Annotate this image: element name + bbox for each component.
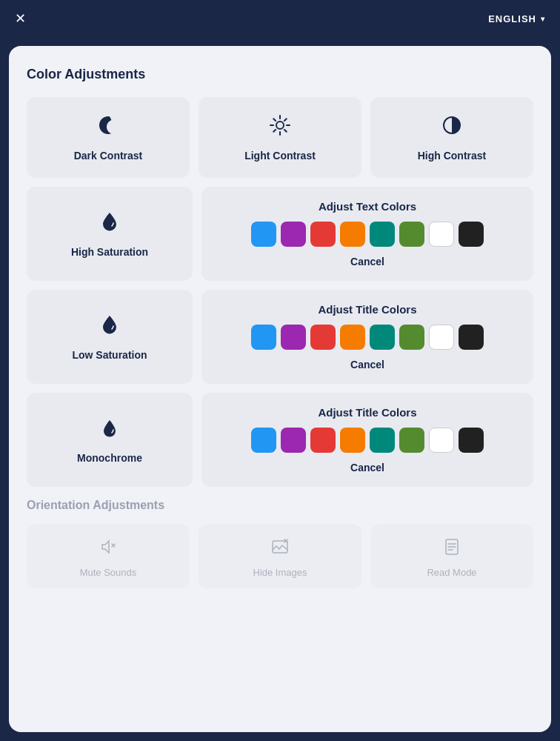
swatch-black-2[interactable]: [459, 325, 484, 350]
swatch-white-2[interactable]: [429, 325, 454, 350]
title-color-swatches-2: [251, 428, 484, 453]
drop-icon: [98, 210, 121, 239]
swatch-green-2[interactable]: [399, 325, 424, 350]
read-mode-card[interactable]: Read Mode: [370, 524, 533, 588]
svg-line-6: [284, 130, 287, 132]
app-window: ✕ ENGLISH ▾ Color Adjustments Dark Contr…: [0, 0, 560, 741]
high-saturation-label: High Saturation: [71, 246, 148, 258]
swatch-green[interactable]: [399, 222, 424, 247]
doc-icon: [442, 537, 461, 561]
hide-images-card[interactable]: Hide Images: [199, 524, 361, 588]
hide-images-label: Hide Images: [253, 567, 307, 578]
low-saturation-row: Low Saturation Adjust Title Colors Cance…: [27, 290, 533, 384]
text-color-swatches: [251, 222, 484, 247]
drop2-icon: [98, 313, 121, 342]
orientation-section-title: Orientation Adjustments: [27, 499, 533, 512]
high-contrast-label: High Contrast: [418, 150, 487, 162]
swatch-purple-2[interactable]: [281, 325, 306, 350]
drop3-icon: [98, 416, 121, 445]
light-contrast-card[interactable]: Light Contrast: [199, 97, 361, 178]
language-label: ENGLISH: [488, 13, 536, 24]
monochrome-card[interactable]: Monochrome: [27, 393, 193, 487]
high-saturation-card[interactable]: High Saturation: [27, 187, 193, 281]
top-bar: ✕ ENGLISH ▾: [0, 0, 560, 37]
high-saturation-row: High Saturation Adjust Text Colors Cance…: [27, 187, 533, 281]
image-off-icon: [270, 537, 290, 561]
adjust-title-colors-card-2: Adjust Title Colors Cancel: [201, 393, 533, 487]
swatch-black-3[interactable]: [459, 428, 484, 453]
light-contrast-label: Light Contrast: [244, 150, 316, 162]
swatch-orange[interactable]: [340, 222, 365, 247]
orientation-grid: Mute Sounds Hide Images: [27, 524, 533, 588]
color-section-title: Color Adjustments: [27, 67, 533, 82]
main-content: Color Adjustments Dark Contrast: [9, 46, 551, 732]
svg-line-5: [273, 119, 276, 121]
swatch-red-2[interactable]: [310, 325, 336, 350]
moon-icon: [96, 113, 120, 142]
adjust-text-title: Adjust Text Colors: [319, 200, 416, 213]
swatch-purple-3[interactable]: [281, 428, 306, 453]
mute-sounds-label: Mute Sounds: [80, 567, 137, 578]
dark-contrast-card[interactable]: Dark Contrast: [27, 97, 190, 178]
read-mode-label: Read Mode: [427, 567, 476, 578]
adjust-text-colors-card: Adjust Text Colors Cancel: [201, 187, 533, 281]
adjust-title-title-2: Adjust Title Colors: [318, 406, 416, 419]
swatch-teal-2[interactable]: [370, 325, 395, 350]
swatch-blue-3[interactable]: [251, 428, 276, 453]
title-colors-cancel-button-2[interactable]: Cancel: [350, 462, 384, 473]
chevron-down-icon: ▾: [541, 15, 545, 23]
swatch-teal[interactable]: [370, 222, 395, 247]
text-colors-cancel-button[interactable]: Cancel: [350, 256, 384, 268]
title-colors-cancel-button-1[interactable]: Cancel: [350, 359, 384, 370]
swatch-red-3[interactable]: [310, 428, 336, 453]
swatch-orange-3[interactable]: [340, 428, 365, 453]
monochrome-label: Monochrome: [77, 452, 142, 464]
adjust-title-title-1: Adjust Title Colors: [318, 303, 416, 316]
swatch-black[interactable]: [459, 222, 484, 247]
language-selector[interactable]: ENGLISH ▾: [488, 13, 545, 24]
swatch-blue-2[interactable]: [251, 325, 276, 350]
half-circle-icon: [440, 113, 464, 142]
svg-line-8: [273, 130, 276, 132]
adjust-title-colors-card-1: Adjust Title Colors Cancel: [201, 290, 533, 384]
swatch-purple[interactable]: [281, 222, 306, 247]
swatch-white-3[interactable]: [429, 428, 454, 453]
mute-sounds-card[interactable]: Mute Sounds: [27, 524, 190, 588]
close-button[interactable]: ✕: [15, 10, 26, 27]
svg-line-7: [284, 119, 287, 121]
swatch-green-3[interactable]: [399, 428, 424, 453]
low-saturation-card[interactable]: Low Saturation: [27, 290, 193, 384]
title-color-swatches-1: [251, 325, 484, 350]
sun-icon: [268, 113, 292, 142]
svg-point-0: [276, 122, 284, 129]
high-contrast-card[interactable]: High Contrast: [370, 97, 533, 178]
top-cards-grid: Dark Contrast: [27, 97, 533, 178]
dark-contrast-label: Dark Contrast: [74, 150, 143, 162]
speaker-off-icon: [99, 537, 118, 561]
swatch-blue[interactable]: [251, 222, 276, 247]
swatch-red[interactable]: [310, 222, 336, 247]
swatch-orange-2[interactable]: [340, 325, 365, 350]
low-saturation-label: Low Saturation: [72, 349, 147, 361]
swatch-white[interactable]: [429, 222, 454, 247]
monochrome-row: Monochrome Adjust Title Colors Cancel: [27, 393, 533, 487]
orientation-section: Orientation Adjustments Mute Sounds: [27, 499, 533, 588]
swatch-teal-3[interactable]: [370, 428, 395, 453]
